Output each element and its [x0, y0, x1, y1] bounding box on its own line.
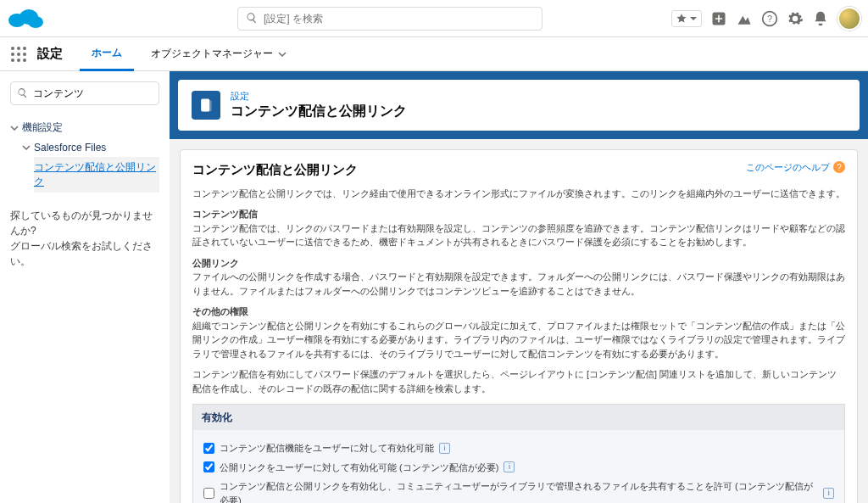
tree-salesforce-files[interactable]: Salesforce Files — [22, 138, 159, 157]
section-public-link-p: ファイルへの公開リンクを作成する場合、パスワードと有効期限を設定できます。フォル… — [192, 270, 845, 298]
chevron-down-icon — [22, 143, 31, 152]
section-layout-hint: コンテンツ配信を有効にしてパスワード保護のデフォルトを選択したら、ページレイアウ… — [192, 367, 845, 395]
context-bar: 設定 ホーム オブジェクトマネージャー — [0, 37, 868, 71]
info-icon[interactable]: i — [823, 488, 834, 499]
page-banner: 設定 コンテンツ配信と公開リンク — [170, 71, 868, 139]
svg-rect-16 — [203, 100, 212, 111]
row-enable-content-delivery: コンテンツ配信機能をユーザーに対して有効化可能 i — [203, 439, 834, 458]
setup-sidebar: 機能設定 Salesforce Files コンテンツ配信と公開リンク 探してい… — [0, 71, 170, 503]
svg-point-11 — [23, 53, 26, 56]
salesforce-logo-icon[interactable] — [7, 7, 44, 31]
search-icon — [17, 87, 28, 98]
help-icon[interactable]: ? — [761, 10, 778, 27]
svg-text:?: ? — [767, 14, 772, 24]
chevron-down-icon — [278, 50, 287, 59]
header-actions: ? — [671, 7, 861, 31]
row-enable-public-link: 公開リンクをユーザーに対して有効化可能 (コンテンツ配信が必要) i — [203, 458, 834, 478]
activation-block: 有効化 コンテンツ配信機能をユーザーに対して有効化可能 i 公開リンクをユーザー… — [192, 404, 845, 503]
chevron-down-icon — [10, 124, 19, 132]
settings-panel: このページのヘルプ ? コンテンツ配信と公開リンク コンテンツ配信と公開リンクで… — [180, 149, 858, 503]
search-icon — [246, 12, 258, 24]
section-content-delivery-p: コンテンツ配信では、リンクのパスワードまたは有効期限を設定し、コンテンツの参照頻… — [192, 221, 845, 249]
app-name: 設定 — [37, 46, 63, 62]
user-avatar[interactable] — [837, 7, 861, 31]
svg-point-2 — [28, 16, 43, 28]
plus-icon[interactable] — [710, 10, 727, 27]
svg-point-7 — [17, 47, 20, 50]
section-other-perms-p: 組織でコンテンツ配信と公開リンクを有効にするこれらのグローバル設定に加えて、プロ… — [192, 319, 845, 361]
activation-heading: 有効化 — [193, 405, 844, 430]
page-title: コンテンツ配信と公開リンク — [231, 103, 407, 120]
global-search-input[interactable] — [237, 7, 542, 31]
gear-icon[interactable] — [787, 10, 804, 27]
chk-enable-community[interactable] — [203, 488, 214, 499]
chevron-down-icon — [689, 14, 698, 23]
tab-object-manager[interactable]: オブジェクトマネージャー — [139, 38, 298, 70]
page-icon — [192, 91, 220, 120]
help-icon: ? — [833, 161, 845, 173]
bell-icon[interactable] — [812, 10, 829, 27]
tab-home[interactable]: ホーム — [80, 37, 134, 71]
favorites-button[interactable] — [671, 10, 702, 27]
svg-point-14 — [23, 59, 26, 62]
info-icon[interactable]: i — [439, 443, 450, 454]
app-launcher-icon[interactable] — [10, 46, 27, 63]
svg-point-9 — [11, 53, 14, 56]
section-public-link-h: 公開リンク — [192, 256, 845, 271]
svg-point-6 — [11, 47, 14, 50]
global-header: ? — [0, 0, 868, 37]
sidebar-search-input[interactable] — [10, 81, 159, 105]
sidebar-help-text: 探しているものが見つかりませんか? グローバル検索をお試しください。 — [10, 208, 159, 269]
section-content-delivery-h: コンテンツ配信 — [192, 207, 845, 221]
chk-enable-public-link[interactable] — [203, 461, 214, 472]
page-help-link[interactable]: このページのヘルプ ? — [746, 160, 845, 175]
svg-point-8 — [23, 47, 26, 50]
tree-feature-settings[interactable]: 機能設定 — [10, 117, 159, 138]
trailhead-icon[interactable] — [736, 10, 753, 27]
breadcrumb: 設定 — [231, 90, 407, 103]
tree-content-deliveries[interactable]: コンテンツ配信と公開リンク — [34, 157, 159, 193]
row-enable-community: コンテンツ配信と公開リンクを有効化し、コミュニティユーザーがライブラリで管理され… — [203, 477, 834, 503]
section-other-perms-h: その他の権限 — [192, 305, 845, 319]
global-search — [237, 7, 542, 31]
star-icon — [676, 13, 687, 25]
document-icon — [198, 97, 214, 114]
intro-text: コンテンツ配信と公開リンクでは、リンク経由で使用できるオンライン形式にファイルが… — [192, 187, 845, 201]
info-icon[interactable]: i — [504, 461, 515, 472]
chk-enable-content-delivery[interactable] — [203, 443, 214, 454]
svg-point-13 — [17, 59, 20, 62]
svg-point-10 — [17, 53, 20, 56]
svg-point-12 — [11, 59, 14, 62]
sidebar-search — [10, 81, 159, 105]
content-area: 設定 コンテンツ配信と公開リンク このページのヘルプ ? コンテンツ配信と公開リ… — [170, 71, 868, 503]
